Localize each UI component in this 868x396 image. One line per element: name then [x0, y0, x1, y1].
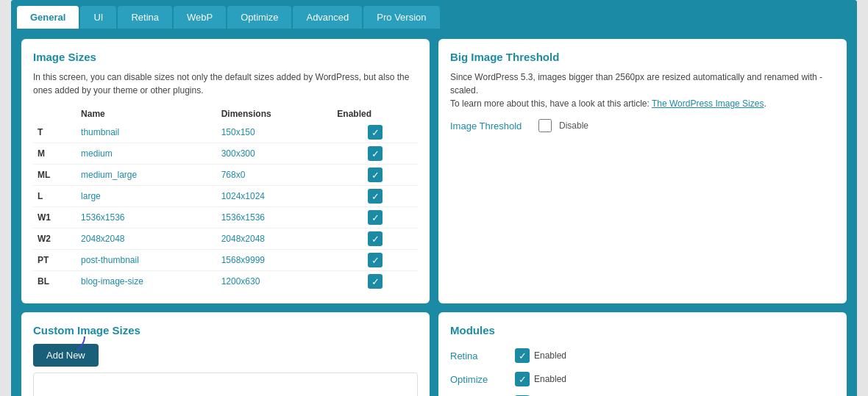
- enabled-checkbox[interactable]: ✓: [368, 231, 383, 246]
- tab-ui[interactable]: UI: [80, 6, 116, 29]
- app-wrapper: General UI Retina WebP Optimize Advanced…: [11, 0, 857, 396]
- row-enabled[interactable]: ✓: [332, 228, 418, 250]
- enabled-checkbox[interactable]: ✓: [368, 253, 383, 267]
- table-row: W2 2048x2048 2048x2048 ✓: [33, 228, 418, 250]
- enabled-checkbox[interactable]: ✓: [368, 210, 383, 225]
- col-name: Name: [77, 106, 217, 122]
- table-row: L large 1024x1024 ✓: [33, 186, 418, 207]
- tab-retina[interactable]: Retina: [118, 6, 172, 29]
- row-name[interactable]: 2048x2048: [77, 228, 217, 250]
- row-enabled[interactable]: ✓: [332, 143, 418, 165]
- table-row: M medium 300x300 ✓: [33, 143, 418, 165]
- disable-label: Disable: [559, 120, 588, 131]
- row-abbr: BL: [33, 271, 77, 292]
- enabled-checkbox[interactable]: ✓: [368, 146, 383, 161]
- row-dimensions[interactable]: 1536x1536: [217, 207, 333, 228]
- module-status: ✓ Enabled: [515, 348, 566, 363]
- row-abbr: W1: [33, 207, 77, 228]
- big-image-threshold-panel: Big Image Threshold Since WordPress 5.3,…: [438, 39, 847, 303]
- row-abbr: M: [33, 143, 77, 165]
- custom-image-sizes-panel: Custom Image Sizes Add New: [21, 312, 430, 396]
- col-enabled: Enabled: [332, 106, 418, 122]
- add-new-container: Add New: [33, 344, 418, 367]
- module-status-text: Enabled: [534, 350, 566, 361]
- row-enabled[interactable]: ✓: [332, 250, 418, 271]
- tab-bar: General UI Retina WebP Optimize Advanced…: [11, 0, 857, 29]
- threshold-row: Image Threshold Disable: [450, 119, 835, 132]
- module-row: UI ✓ Enabled: [450, 391, 835, 396]
- row-dimensions[interactable]: 1200x630: [217, 271, 333, 292]
- image-sizes-description: In this screen, you can disable sizes no…: [33, 71, 418, 97]
- module-name: Optimize: [450, 374, 509, 385]
- row-enabled[interactable]: ✓: [332, 165, 418, 186]
- row-dimensions[interactable]: 300x300: [217, 143, 333, 165]
- table-row: T thumbnail 150x150 ✓: [33, 122, 418, 143]
- custom-image-sizes-title: Custom Image Sizes: [33, 324, 418, 336]
- add-new-button[interactable]: Add New: [33, 344, 99, 367]
- row-dimensions[interactable]: 1024x1024: [217, 186, 333, 207]
- wordpress-image-sizes-link[interactable]: The WordPress Image Sizes: [652, 98, 764, 109]
- row-abbr: T: [33, 122, 77, 143]
- row-dimensions[interactable]: 150x150: [217, 122, 333, 143]
- image-sizes-title: Image Sizes: [33, 51, 418, 63]
- row-enabled[interactable]: ✓: [332, 122, 418, 143]
- enabled-checkbox[interactable]: ✓: [368, 168, 383, 182]
- tab-pro-version[interactable]: Pro Version: [363, 6, 439, 29]
- module-checkbox[interactable]: ✓: [515, 348, 530, 363]
- enabled-checkbox[interactable]: ✓: [368, 125, 383, 140]
- tab-optimize[interactable]: Optimize: [227, 6, 291, 29]
- modules-list: Retina ✓ Enabled Optimize ✓ Enabled UI ✓…: [450, 344, 835, 396]
- row-abbr: L: [33, 186, 77, 207]
- row-dimensions[interactable]: 2048x2048: [217, 228, 333, 250]
- module-status-text: Enabled: [534, 374, 566, 384]
- modules-panel: Modules Retina ✓ Enabled Optimize ✓ Enab…: [438, 312, 847, 396]
- col-abbr: [33, 106, 77, 122]
- row-dimensions[interactable]: 768x0: [217, 165, 333, 186]
- custom-size-input[interactable]: [33, 372, 418, 396]
- image-sizes-table: Name Dimensions Enabled T thumbnail 150x…: [33, 106, 418, 292]
- tab-advanced[interactable]: Advanced: [293, 6, 362, 29]
- row-name[interactable]: medium: [77, 143, 217, 165]
- image-threshold-label: Image Threshold: [450, 120, 531, 132]
- row-enabled[interactable]: ✓: [332, 271, 418, 292]
- module-name: Retina: [450, 350, 509, 361]
- row-name[interactable]: blog-image-size: [77, 271, 217, 292]
- image-sizes-panel: Image Sizes In this screen, you can disa…: [21, 39, 430, 303]
- disable-checkbox[interactable]: [538, 119, 552, 132]
- row-abbr: ML: [33, 165, 77, 186]
- enabled-checkbox[interactable]: ✓: [368, 189, 383, 204]
- module-row: Optimize ✓ Enabled: [450, 367, 835, 391]
- table-row: W1 1536x1536 1536x1536 ✓: [33, 207, 418, 228]
- row-name[interactable]: 1536x1536: [77, 207, 217, 228]
- big-image-threshold-title: Big Image Threshold: [450, 51, 835, 63]
- row-dimensions[interactable]: 1568x9999: [217, 250, 333, 271]
- table-row: BL blog-image-size 1200x630 ✓: [33, 271, 418, 292]
- row-name[interactable]: medium_large: [77, 165, 217, 186]
- table-row: ML medium_large 768x0 ✓: [33, 165, 418, 186]
- table-row: PT post-thumbnail 1568x9999 ✓: [33, 250, 418, 271]
- tab-webp[interactable]: WebP: [174, 6, 226, 29]
- module-row: Retina ✓ Enabled: [450, 344, 835, 367]
- main-content: Image Sizes In this screen, you can disa…: [11, 29, 857, 396]
- enabled-checkbox[interactable]: ✓: [368, 274, 383, 289]
- row-name[interactable]: large: [77, 186, 217, 207]
- tab-general[interactable]: General: [17, 6, 79, 29]
- row-name[interactable]: post-thumbnail: [77, 250, 217, 271]
- col-dimensions: Dimensions: [217, 106, 333, 122]
- module-checkbox[interactable]: ✓: [515, 372, 530, 386]
- threshold-description: Since WordPress 5.3, images bigger than …: [450, 71, 835, 110]
- modules-title: Modules: [450, 324, 835, 336]
- row-enabled[interactable]: ✓: [332, 186, 418, 207]
- row-enabled[interactable]: ✓: [332, 207, 418, 228]
- module-status: ✓ Enabled: [515, 372, 566, 386]
- row-abbr: W2: [33, 228, 77, 250]
- row-abbr: PT: [33, 250, 77, 271]
- row-name[interactable]: thumbnail: [77, 122, 217, 143]
